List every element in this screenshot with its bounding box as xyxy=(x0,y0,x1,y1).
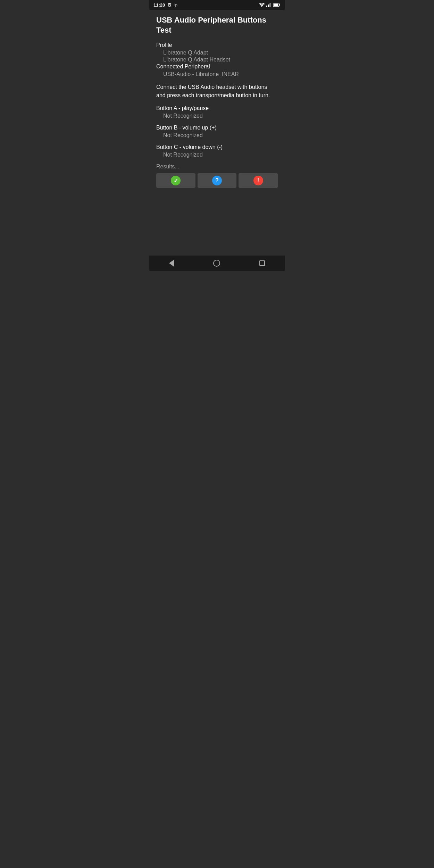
svg-rect-7 xyxy=(279,4,281,6)
pass-icon: ✓ xyxy=(171,176,181,185)
svg-rect-3 xyxy=(269,3,270,7)
svg-point-0 xyxy=(261,6,262,7)
button-c-section: Button C - volume down (-) Not Recognize… xyxy=(156,144,278,158)
svg-rect-4 xyxy=(270,3,271,7)
wifi-icon xyxy=(259,3,265,7)
ip-label: ip xyxy=(174,3,177,7)
home-icon xyxy=(213,260,220,267)
battery-icon xyxy=(273,3,281,7)
profile-item-0: Libratone Q Adapt xyxy=(156,50,278,56)
unknown-icon: ? xyxy=(212,176,222,185)
status-bar: 11:20 🖼 ip xyxy=(149,0,285,10)
back-icon xyxy=(169,260,174,267)
connected-peripheral-value: USB-Audio - Libratone_INEAR xyxy=(156,71,278,77)
description-text: Connect the USB Audio headset with butto… xyxy=(156,83,278,100)
page-title: USB Audio Peripheral Buttons Test xyxy=(156,15,278,35)
home-button[interactable] xyxy=(210,257,223,269)
button-a-label: Button A - play/pause xyxy=(156,105,278,111)
svg-rect-1 xyxy=(266,6,267,7)
back-button[interactable] xyxy=(166,257,177,269)
status-time: 11:20 xyxy=(153,2,165,8)
results-label: Results... xyxy=(156,164,278,170)
unknown-button[interactable]: ? xyxy=(198,173,237,188)
status-right xyxy=(259,3,281,7)
button-a-status: Not Recognized xyxy=(156,113,278,119)
signal-icon xyxy=(266,3,271,7)
button-b-label: Button B - volume up (+) xyxy=(156,125,278,131)
results-section: Results... ✓ ? ! xyxy=(156,164,278,188)
button-b-status: Not Recognized xyxy=(156,132,278,139)
image-icon: 🖼 xyxy=(168,3,172,7)
button-c-label: Button C - volume down (-) xyxy=(156,144,278,150)
recents-icon xyxy=(259,260,265,266)
fail-button[interactable]: ! xyxy=(239,173,278,188)
connected-peripheral-section: Connected Peripheral USB-Audio - Librato… xyxy=(156,64,278,77)
pass-button[interactable]: ✓ xyxy=(156,173,195,188)
nav-bar xyxy=(149,256,285,271)
action-buttons: ✓ ? ! xyxy=(156,173,278,188)
button-b-section: Button B - volume up (+) Not Recognized xyxy=(156,125,278,139)
recents-button[interactable] xyxy=(257,258,268,269)
profile-item-1: Libratone Q Adapt Headset xyxy=(156,57,278,63)
button-c-status: Not Recognized xyxy=(156,152,278,158)
profile-section: Profile Libratone Q Adapt Libratone Q Ad… xyxy=(156,42,278,63)
svg-rect-6 xyxy=(274,4,278,6)
fail-icon: ! xyxy=(253,176,263,185)
svg-rect-2 xyxy=(268,5,269,7)
connected-peripheral-label: Connected Peripheral xyxy=(156,64,278,70)
main-content: USB Audio Peripheral Buttons Test Profil… xyxy=(149,10,285,256)
status-left: 11:20 🖼 ip xyxy=(153,2,177,8)
button-a-section: Button A - play/pause Not Recognized xyxy=(156,105,278,119)
profile-label: Profile xyxy=(156,42,278,48)
